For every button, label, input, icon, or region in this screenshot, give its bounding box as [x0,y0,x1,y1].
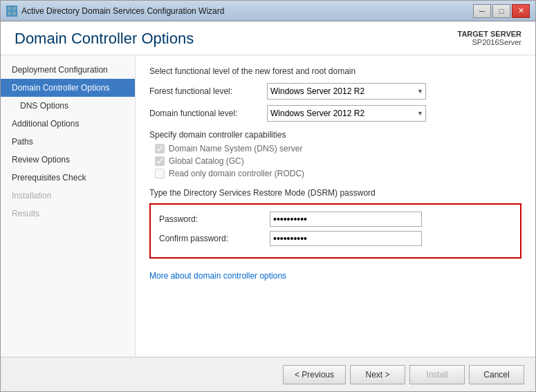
next-button[interactable]: Next > [350,365,405,384]
forest-level-select-wrapper: Windows Server 2012 R2 Windows Server 20… [267,83,426,100]
page-title: Domain Controller Options [15,30,194,48]
full-content: Domain Controller Options TARGET SERVER … [1,21,535,391]
svg-rect-2 [8,12,11,15]
rodc-checkbox-row: Read only domain controller (RODC) [149,169,521,178]
svg-rect-3 [12,12,16,15]
window: Active Directory Domain Services Configu… [0,0,536,392]
dns-checkbox[interactable] [155,144,165,153]
main-content: Select functional level of the new fores… [136,55,535,357]
sidebar-item-paths[interactable]: Paths [1,133,135,151]
forest-section-label: Select functional level of the new fores… [149,66,521,76]
minimize-button[interactable]: ─ [473,4,491,18]
dns-label: Domain Name System (DNS) server [169,144,302,153]
domain-level-row: Domain functional level: Windows Server … [149,105,521,122]
dsrm-box: Password: Confirm password: [149,203,521,259]
more-link-section: More about domain controller options [149,271,521,281]
sidebar-item-review[interactable]: Review Options [1,151,135,169]
capabilities-title: Specify domain controller capabilities [149,130,521,140]
confirm-password-input[interactable] [270,231,422,246]
window-controls: ─ □ ✕ [473,4,530,18]
capabilities-section: Specify domain controller capabilities D… [149,130,521,178]
page-heading-row: Domain Controller Options TARGET SERVER … [15,30,521,48]
dsrm-section: Type the Directory Services Restore Mode… [149,188,521,259]
forest-level-label: Forest functional level: [149,86,267,96]
window-title: Active Directory Domain Services Configu… [21,6,224,16]
sidebar-item-results: Results [1,205,135,223]
confirm-password-row: Confirm password: [159,231,512,246]
password-input[interactable] [270,212,422,227]
more-about-link[interactable]: More about domain controller options [149,271,286,281]
target-server-name: SP2016Server [458,38,522,46]
footer: < Previous Next > Install Cancel [1,357,535,391]
domain-level-select-wrapper: Windows Server 2012 R2 Windows Server 20… [267,105,426,122]
gc-checkbox-row: Global Catalog (GC) [149,156,521,166]
sidebar: Deployment Configuration Domain Controll… [1,55,136,357]
rodc-label: Read only domain controller (RODC) [169,169,304,178]
gc-label: Global Catalog (GC) [169,156,244,166]
sidebar-item-deployment[interactable]: Deployment Configuration [1,61,135,79]
domain-level-select[interactable]: Windows Server 2012 R2 Windows Server 20… [267,105,426,122]
svg-rect-1 [12,7,16,10]
target-server-label: TARGET SERVER [458,30,522,38]
title-bar: Active Directory Domain Services Configu… [1,1,535,21]
forest-level-select[interactable]: Windows Server 2012 R2 Windows Server 20… [267,83,426,100]
password-label: Password: [159,214,270,224]
sidebar-item-dc-options[interactable]: Domain Controller Options [1,79,135,97]
title-bar-left: Active Directory Domain Services Configu… [6,6,224,17]
sidebar-item-additional[interactable]: Additional Options [1,115,135,133]
install-button[interactable]: Install [409,365,465,384]
header: Domain Controller Options TARGET SERVER … [1,21,535,55]
domain-level-label: Domain functional level: [149,109,267,118]
confirm-password-label: Confirm password: [159,234,270,243]
close-button[interactable]: ✕ [512,4,530,18]
svg-rect-0 [8,7,11,10]
sidebar-item-prereq[interactable]: Prerequisites Check [1,169,135,187]
sidebar-item-installation: Installation [1,187,135,205]
cancel-button[interactable]: Cancel [469,365,524,384]
rodc-checkbox[interactable] [155,169,165,178]
password-row: Password: [159,212,512,227]
maximize-button[interactable]: □ [492,4,510,18]
forest-level-row: Forest functional level: Windows Server … [149,83,521,100]
main-layout: Deployment Configuration Domain Controll… [1,55,535,357]
target-server-info: TARGET SERVER SP2016Server [458,30,522,46]
previous-button[interactable]: < Previous [283,365,346,384]
dns-checkbox-row: Domain Name System (DNS) server [149,144,521,153]
gc-checkbox[interactable] [155,156,165,166]
app-icon [6,6,17,17]
dsrm-title: Type the Directory Services Restore Mode… [149,188,521,198]
sidebar-item-dns[interactable]: DNS Options [1,97,135,115]
